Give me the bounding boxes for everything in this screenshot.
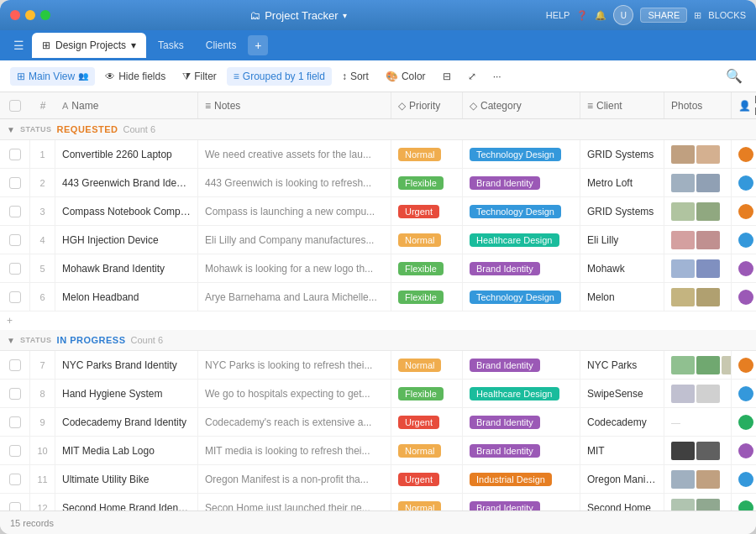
col-header-name[interactable]: A Name: [55, 92, 198, 118]
row-lead[interactable]: Bill Ridge: [732, 140, 756, 168]
group-header-inprogress[interactable]: ▼ STATUS In progress Count 6: [0, 330, 756, 351]
help-icon[interactable]: ❓: [576, 10, 588, 21]
row-lead[interactable]: Gail Ander: [732, 226, 756, 254]
table-row[interactable]: 11 Ultimate Utility Bike Oregon Manifest…: [0, 465, 756, 494]
row-check[interactable]: [0, 140, 30, 168]
row-checkbox[interactable]: [9, 502, 21, 511]
row-client[interactable]: Codecademy: [580, 408, 664, 436]
row-check[interactable]: [0, 494, 30, 510]
col-header-photos[interactable]: Photos: [664, 92, 732, 118]
group-header-requested[interactable]: ▼ STATUS Requested Count 6: [0, 119, 756, 140]
table-row[interactable]: 9 Codecademy Brand Identity Codecademy's…: [0, 408, 756, 437]
row-notes[interactable]: MIT media is looking to refresh thei...: [198, 437, 391, 464]
row-notes[interactable]: Eli Lilly and Company manufactures...: [198, 226, 391, 254]
title-dropdown-icon[interactable]: ▾: [343, 11, 347, 20]
filter-button[interactable]: ⧩ Filter: [176, 67, 223, 86]
row-notes[interactable]: Codecademy's reach is extensive a...: [198, 408, 391, 436]
row-category[interactable]: Brand Identity: [463, 494, 580, 510]
row-client[interactable]: Second Home: [580, 494, 664, 510]
row-client[interactable]: GRID Systems: [580, 197, 664, 225]
row-category[interactable]: Brand Identity: [463, 254, 580, 282]
row-lead[interactable]: Emily Pillot: [732, 437, 756, 464]
row-category[interactable]: Healthcare Design: [463, 380, 580, 407]
group-toggle-inprogress[interactable]: ▼: [7, 336, 15, 345]
row-checkbox[interactable]: [9, 388, 21, 400]
row-priority[interactable]: Normal: [391, 437, 463, 464]
row-priority[interactable]: Normal: [391, 140, 463, 168]
row-notes[interactable]: 443 Greenwich is looking to refresh...: [198, 169, 391, 196]
color-button[interactable]: 🎨 Color: [379, 67, 433, 86]
row-lead[interactable]: Gail Ander: [732, 169, 756, 196]
bell-icon[interactable]: 🔔: [595, 10, 606, 21]
select-all-checkbox[interactable]: [0, 100, 30, 112]
help-label[interactable]: HELP: [546, 10, 570, 20]
tab-clients[interactable]: Clients: [196, 33, 247, 58]
row-photos[interactable]: [664, 494, 732, 510]
row-category[interactable]: Brand Identity: [463, 437, 580, 464]
tab-design-projects[interactable]: ⊞ Design Projects ▾: [32, 33, 146, 58]
row-priority[interactable]: Flexible: [391, 254, 463, 282]
row-name[interactable]: Ultimate Utility Bike: [55, 465, 198, 493]
table-row[interactable]: 6 Melon Headband Arye Barnehama and Laur…: [0, 283, 756, 312]
sidebar-toggle[interactable]: ☰: [7, 34, 30, 57]
row-client[interactable]: NYC Parks: [580, 351, 664, 379]
grid-icon[interactable]: ⊞: [694, 10, 701, 21]
row-checkbox[interactable]: [9, 416, 21, 428]
row-category[interactable]: Healthcare Design: [463, 226, 580, 254]
row-checkbox[interactable]: [9, 177, 21, 189]
row-name[interactable]: Hand Hygiene System: [55, 380, 198, 407]
tab-tasks[interactable]: Tasks: [148, 33, 194, 58]
row-priority[interactable]: Flexible: [391, 169, 463, 196]
row-check[interactable]: [0, 169, 30, 196]
row-check[interactable]: [0, 254, 30, 282]
row-notes[interactable]: Secon Home just launched their ne...: [198, 494, 391, 510]
user-avatar[interactable]: U: [613, 5, 633, 25]
row-checkbox[interactable]: [9, 474, 21, 485]
row-photos[interactable]: [664, 254, 732, 282]
row-lead[interactable]: Gail Ander: [732, 465, 756, 493]
row-priority[interactable]: Flexible: [391, 283, 463, 311]
row-checkbox[interactable]: [9, 263, 21, 275]
row-check[interactable]: [0, 283, 30, 311]
row-photos[interactable]: [664, 197, 732, 225]
col-header-lead[interactable]: 👤 Project Lead: [732, 92, 756, 118]
row-name[interactable]: Codecademy Brand Identity: [55, 408, 198, 436]
row-name[interactable]: 443 Greenwich Brand Identity: [55, 169, 198, 196]
col-header-priority[interactable]: ◇ Priority: [391, 92, 463, 118]
expand-button[interactable]: ⤢: [461, 67, 483, 86]
row-checkbox[interactable]: [9, 234, 21, 246]
row-lead[interactable]: Jasper Morris: [732, 494, 756, 510]
row-notes[interactable]: We go to hospitals expecting to get...: [198, 380, 391, 407]
table-row[interactable]: 2 443 Greenwich Brand Identity 443 Green…: [0, 169, 756, 197]
blocks-label[interactable]: BLOCKS: [708, 10, 746, 20]
table-row[interactable]: 5 Mohawk Brand Identity Mohawk is lookin…: [0, 254, 756, 283]
row-client[interactable]: Metro Loft: [580, 169, 664, 196]
row-photos[interactable]: [664, 465, 732, 493]
row-photos[interactable]: [664, 169, 732, 196]
row-checkbox[interactable]: [9, 359, 21, 371]
row-check[interactable]: [0, 380, 30, 407]
row-priority[interactable]: Normal: [391, 494, 463, 510]
sort-button[interactable]: ↕ Sort: [335, 67, 375, 86]
more-button[interactable]: ···: [486, 67, 508, 86]
row-name[interactable]: Convertible 2260 Laptop: [55, 140, 198, 168]
row-category[interactable]: Technology Design: [463, 140, 580, 168]
row-lead[interactable]: Gail Ander: [732, 380, 756, 407]
minimize-button[interactable]: [25, 10, 35, 20]
row-category[interactable]: Brand Identity: [463, 408, 580, 436]
row-category[interactable]: Industrial Design: [463, 465, 580, 493]
row-client[interactable]: MIT: [580, 437, 664, 464]
search-button[interactable]: 🔍: [722, 65, 746, 88]
row-height-button[interactable]: ⊟: [436, 67, 458, 86]
table-row[interactable]: 8 Hand Hygiene System We go to hospitals…: [0, 380, 756, 408]
row-check[interactable]: [0, 351, 30, 379]
row-photos[interactable]: [664, 437, 732, 464]
row-check[interactable]: [0, 437, 30, 464]
row-check[interactable]: [0, 197, 30, 225]
table-row[interactable]: 12 Second Home Brand Identity Secon Home…: [0, 494, 756, 510]
hide-fields-button[interactable]: 👁 Hide fields: [98, 67, 172, 86]
row-name[interactable]: MIT Media Lab Logo: [55, 437, 198, 464]
row-priority[interactable]: Normal: [391, 226, 463, 254]
row-name[interactable]: NYC Parks Brand Identity: [55, 351, 198, 379]
row-client[interactable]: GRID Systems: [580, 140, 664, 168]
